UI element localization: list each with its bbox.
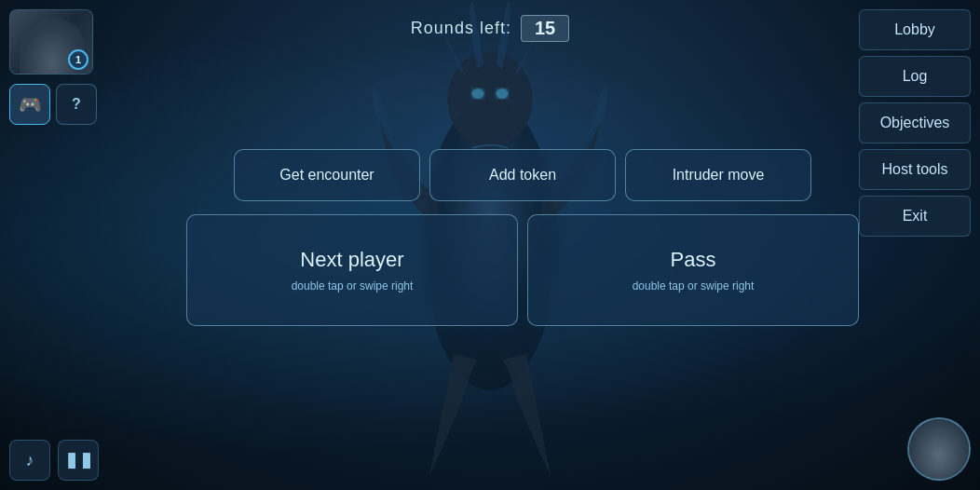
left-panel: 1 🎮 ?: [9, 9, 97, 125]
bottom-left: ♪ ▐▌▐▌: [9, 440, 99, 481]
player-badge: 1: [68, 49, 88, 70]
bottom-player-avatar: [907, 417, 971, 481]
right-panel: Lobby Log Objectives Host tools Exit: [859, 9, 971, 237]
host-tools-button[interactable]: Host tools: [859, 149, 971, 190]
intruder-move-button[interactable]: Intruder move: [625, 149, 811, 201]
sound-wave-icon: ▐▌▐▌: [63, 453, 93, 468]
gamepad-button[interactable]: 🎮: [9, 84, 50, 125]
get-encounter-button[interactable]: Get encounter: [234, 149, 420, 201]
music-button[interactable]: ♪: [9, 440, 50, 481]
objectives-button[interactable]: Objectives: [859, 102, 971, 143]
action-area: Get encounter Add token Intruder move Ne…: [186, 149, 859, 326]
music-icon: ♪: [26, 451, 34, 470]
action-row-1: Get encounter Add token Intruder move: [186, 149, 859, 201]
sound-button[interactable]: ▐▌▐▌: [58, 440, 99, 481]
rounds-label: Rounds left:: [411, 19, 511, 38]
rounds-value: 15: [521, 15, 569, 42]
next-player-title: Next player: [300, 248, 403, 272]
lobby-button[interactable]: Lobby: [859, 9, 971, 50]
add-token-button[interactable]: Add token: [429, 149, 616, 201]
help-button[interactable]: ?: [56, 84, 97, 125]
bottom-right-avatar: [907, 417, 971, 481]
action-row-2: Next player double tap or swipe right Pa…: [186, 214, 859, 326]
header: Rounds left: 15: [0, 0, 980, 56]
pass-button[interactable]: Pass double tap or swipe right: [527, 214, 859, 326]
log-button[interactable]: Log: [859, 56, 971, 97]
next-player-subtitle: double tap or swipe right: [292, 279, 414, 293]
next-player-button[interactable]: Next player double tap or swipe right: [186, 214, 518, 326]
player-avatar: 1: [9, 9, 93, 75]
pass-title: Pass: [671, 248, 716, 272]
svg-point-2: [472, 88, 484, 98]
pass-subtitle: double tap or swipe right: [633, 279, 755, 293]
exit-button[interactable]: Exit: [859, 196, 971, 237]
icon-buttons: 🎮 ?: [9, 84, 97, 125]
svg-point-3: [497, 88, 509, 98]
